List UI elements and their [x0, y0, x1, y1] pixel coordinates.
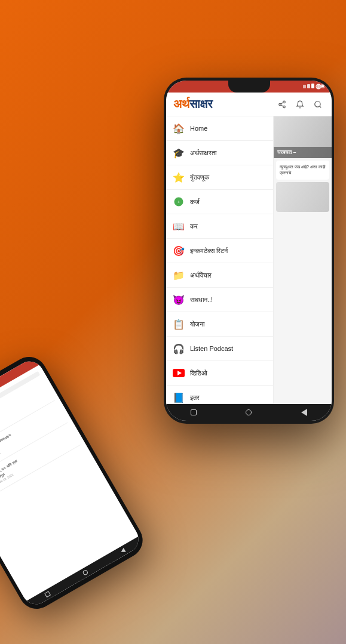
menu-item-arthsaksharata[interactable]: 🎓 अर्थसाक्षरता	[166, 141, 273, 165]
menu-item-arthvichar[interactable]: 📁 अर्थविचार	[166, 263, 273, 288]
menu-label-yojana: योजना	[190, 321, 204, 328]
menu-item-guntvanuk[interactable]: ⭐ गुंतवणूक	[166, 165, 273, 190]
search-icon[interactable]	[311, 98, 324, 111]
menu-item-income-tax[interactable]: 🎯 इन्कमटेक्स रिटर्न	[166, 239, 273, 263]
menu-label-video: व्हिडिओ	[190, 369, 207, 377]
menu-item-savdhan[interactable]: 😈 सावधान..!	[166, 288, 273, 312]
menu-label-podcast: Listen Podcast	[190, 345, 233, 352]
menu-item-kar[interactable]: 📖 कर	[166, 214, 273, 239]
menu-label-arthvichar: अर्थविचार	[190, 272, 212, 279]
article-title: घरबचत –	[274, 147, 332, 158]
recent-apps-button[interactable]	[189, 408, 198, 417]
drawer-area: 🏠 Home 🎓 अर्थसाक्षरता ⭐ गुंतवणूक + कर्ज	[166, 116, 332, 404]
notch	[228, 81, 270, 93]
menu-label-kar: कर	[190, 223, 198, 230]
yojana-icon: 📋	[172, 318, 185, 331]
menu-label-savdhan: सावधान..!	[190, 296, 213, 304]
svg-rect-0	[303, 85, 306, 88]
svg-text:+: +	[177, 199, 180, 205]
itar-icon: 📘	[172, 391, 185, 404]
video-icon	[172, 366, 185, 380]
share-icon[interactable]	[275, 98, 289, 111]
menu-label-itar: इतर	[190, 394, 200, 402]
phone-background: मोफत मिळवा ताज्या बातम्याआणि ताज्या घडाम…	[0, 350, 149, 615]
home-icon: 🏠	[172, 122, 185, 135]
menu-item-yojana[interactable]: 📋 योजना	[166, 312, 273, 337]
arthsaksharata-icon: 🎓	[172, 146, 185, 159]
article-card: म्युच्युअल फंड आहे? अशा काही प्रश्नांचे	[276, 161, 329, 180]
bottom-navigation	[166, 404, 332, 421]
article-text: म्युच्युअल फंड आहे? अशा काही प्रश्नांचे	[280, 164, 326, 176]
menu-item-podcast[interactable]: 🎧 Listen Podcast	[166, 337, 273, 361]
menu-item-itar[interactable]: 📘 इतर	[166, 386, 273, 404]
header-icons	[275, 98, 324, 111]
svg-rect-6	[321, 85, 324, 87]
menu-label-income-tax: इन्कमटेक्स रिटर्न	[190, 247, 228, 255]
svg-point-9	[283, 106, 286, 108]
svg-point-8	[279, 103, 281, 106]
svg-line-11	[281, 102, 283, 103]
guntvanuk-icon: ⭐	[172, 171, 185, 184]
svg-rect-2	[311, 84, 314, 88]
menu-label-arthsaksharata: अर्थसाक्षरता	[190, 149, 216, 157]
svg-line-10	[281, 104, 283, 106]
content-area: घरबचत – म्युच्युअल फंड आहे? अशा काही प्र…	[274, 116, 332, 404]
svg-line-13	[320, 106, 321, 107]
navigation-drawer: 🏠 Home 🎓 अर्थसाक्षरता ⭐ गुंतवणूक + कर्ज	[166, 116, 274, 404]
svg-point-7	[283, 101, 286, 103]
savdhan-icon: 😈	[172, 293, 185, 306]
arthvichar-icon: 📁	[172, 269, 185, 282]
menu-label-karz: कर्ज	[190, 198, 200, 206]
karz-icon: +	[172, 195, 185, 208]
home-button[interactable]	[244, 408, 253, 417]
menu-item-karz[interactable]: + कर्ज	[166, 190, 273, 214]
notification-icon[interactable]	[293, 98, 307, 111]
podcast-icon: 🎧	[172, 342, 185, 355]
menu-label-guntvanuk: गुंतवणूक	[190, 174, 209, 181]
menu-item-video[interactable]: व्हिडिओ	[166, 361, 273, 386]
svg-rect-4	[317, 84, 320, 89]
app-header: अर्थसाक्षर	[166, 93, 332, 116]
kar-icon: 📖	[172, 220, 185, 233]
back-button[interactable]	[300, 408, 308, 417]
phone-main: अर्थसाक्षर	[164, 78, 334, 424]
article-banner: घरबचत –	[274, 116, 332, 158]
menu-label-home: Home	[190, 125, 207, 132]
income-tax-icon: 🎯	[172, 244, 185, 257]
app-logo: अर्थसाक्षर	[173, 97, 213, 111]
svg-point-12	[315, 101, 320, 106]
menu-item-home[interactable]: 🏠 Home	[166, 116, 273, 141]
svg-rect-1	[307, 84, 310, 88]
